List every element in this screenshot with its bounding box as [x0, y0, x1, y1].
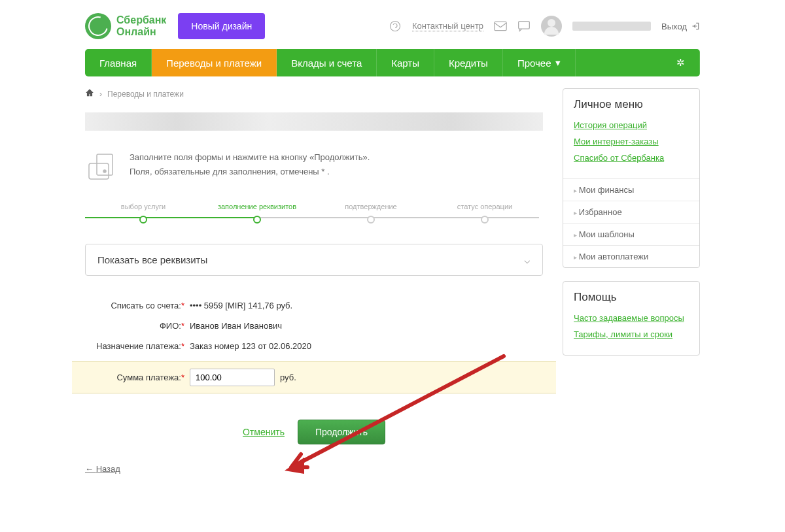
nav-settings[interactable]: ✲ — [662, 49, 700, 76]
cancel-link[interactable]: Отменить — [243, 427, 285, 437]
nav-transfers[interactable]: Переводы и платежи — [152, 49, 277, 76]
svg-rect-1 — [495, 22, 506, 30]
nav-cards[interactable]: Карты — [377, 49, 434, 76]
nav-main[interactable]: Главная — [85, 49, 152, 76]
svg-rect-2 — [519, 22, 530, 29]
chat-icon[interactable] — [517, 20, 531, 33]
intro-line1: Заполните поля формы и нажмите на кнопку… — [130, 150, 370, 165]
redacted-title — [85, 112, 543, 131]
wallet-icon — [85, 150, 118, 183]
intro-block: Заполните поля формы и нажмите на кнопку… — [85, 150, 543, 183]
fio-value: Иванов Иван Иванович — [190, 321, 282, 331]
logo[interactable]: Сбербанк Онлайн — [85, 13, 166, 39]
logout-link[interactable]: Выход — [661, 22, 700, 31]
purpose-value: Заказ номер 123 от 02.06.2020 — [190, 341, 311, 351]
link-history[interactable]: История операций — [574, 120, 689, 130]
svg-point-0 — [390, 22, 400, 31]
breadcrumb: › Переводы и платежи — [85, 88, 543, 99]
svg-point-5 — [103, 170, 106, 173]
account-value: •••• 5959 [MIR] 141,76 руб. — [190, 301, 292, 310]
row-account: Списать со счета:* •••• 5959 [MIR] 141,7… — [85, 295, 543, 316]
link-thanks[interactable]: Спасибо от Сбербанка — [574, 153, 689, 163]
step-4: статус операции — [428, 203, 542, 225]
step-1: выбор услуги — [86, 203, 200, 225]
back-link[interactable]: Назад — [85, 464, 543, 474]
mail-icon[interactable] — [494, 20, 507, 33]
chevron-down-icon: ⌵ — [524, 254, 531, 266]
row-favorites[interactable]: Избранное — [563, 201, 699, 223]
step-3: подтверждение — [314, 203, 428, 225]
main-content: › Переводы и платежи Заполните поля форм… — [85, 88, 543, 474]
row-templates[interactable]: Мои шаблоны — [563, 223, 699, 245]
intro-line2: Поля, обязательные для заполнения, отмеч… — [130, 165, 370, 179]
row-autopay[interactable]: Мои автоплатежи — [563, 245, 699, 267]
continue-button[interactable]: Продолжить — [298, 420, 385, 444]
logout-icon — [691, 22, 700, 31]
link-orders[interactable]: Мои интернет-заказы — [574, 137, 689, 146]
breadcrumb-item[interactable]: Переводы и платежи — [107, 90, 184, 99]
personal-menu-title: Личное меню — [563, 89, 699, 120]
nav-deposits[interactable]: Вклады и счета — [277, 49, 377, 76]
logo-text: Сбербанк Онлайн — [116, 14, 166, 37]
show-all-details-toggle[interactable]: Показать все реквизиты ⌵ — [85, 244, 543, 276]
amount-unit: руб. — [280, 373, 296, 382]
help-title: Помощь — [563, 282, 699, 313]
topbar: Сбербанк Онлайн Новый дизайн Контактный … — [85, 0, 700, 49]
gear-icon: ✲ — [676, 57, 685, 69]
row-amount: Сумма платежа:* руб. — [72, 361, 556, 393]
progress-steps: выбор услуги заполнение реквизитов подтв… — [85, 203, 543, 225]
logo-icon — [85, 13, 111, 39]
link-tariffs[interactable]: Тарифы, лимиты и сроки — [574, 329, 689, 339]
phone-icon — [389, 20, 402, 33]
contact-center-link[interactable]: Контактный центр — [412, 21, 483, 31]
main-nav: Главная Переводы и платежи Вклады и счет… — [85, 49, 700, 76]
nav-credits[interactable]: Кредиты — [434, 49, 503, 76]
avatar[interactable] — [541, 16, 562, 37]
row-fio: ФИО:* Иванов Иван Иванович — [85, 316, 543, 336]
home-icon[interactable] — [85, 88, 94, 99]
help-box: Помощь Часто задаваемые вопросы Тарифы, … — [563, 281, 700, 356]
new-design-button[interactable]: Новый дизайн — [178, 13, 265, 39]
link-faq[interactable]: Часто задаваемые вопросы — [574, 313, 689, 323]
chevron-down-icon: ▾ — [555, 57, 561, 69]
step-2: заполнение реквизитов — [200, 203, 314, 225]
row-finances[interactable]: Мои финансы — [563, 178, 699, 201]
sidebar: Личное меню История операций Мои интерне… — [563, 88, 700, 474]
amount-input[interactable] — [190, 369, 275, 386]
personal-menu-box: Личное меню История операций Мои интерне… — [563, 88, 700, 268]
nav-other[interactable]: Прочее ▾ — [503, 49, 576, 76]
row-purpose: Назначение платежа:* Заказ номер 123 от … — [85, 336, 543, 356]
user-name-redacted — [572, 22, 651, 31]
